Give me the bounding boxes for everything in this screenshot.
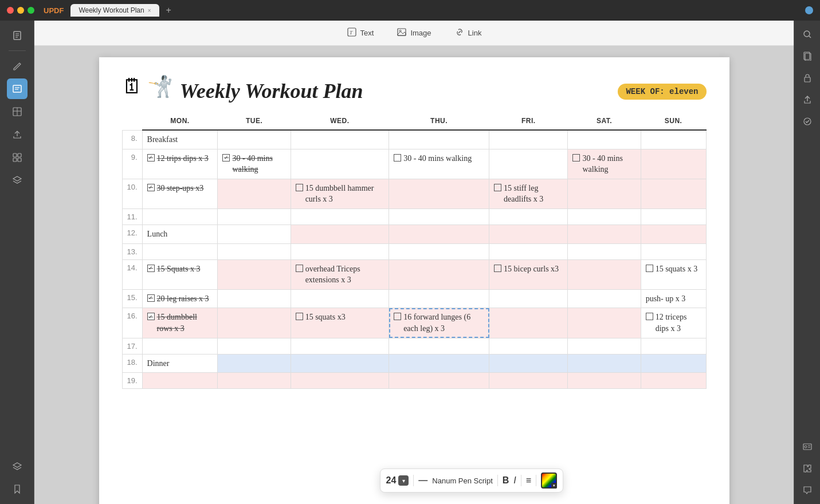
maximize-window-button[interactable] [28, 7, 34, 14]
cell-10-sat[interactable] [568, 179, 641, 208]
cell-9-sat[interactable]: 30 - 40 mins walking [568, 149, 641, 179]
cell-19-fri[interactable] [489, 373, 568, 389]
cell-8-mon[interactable]: Breakfast [142, 130, 218, 149]
cell-12-fri[interactable] [489, 225, 568, 243]
sidebar-icon-export[interactable] [7, 124, 28, 145]
cell-15-tue[interactable] [218, 289, 291, 308]
cell-15-mon[interactable]: 20 leg raises x 3 [142, 289, 218, 308]
cell-10-fri[interactable]: 15 stiff leg deadlifts x 3 [489, 179, 568, 208]
cell-18-tue[interactable] [218, 354, 291, 373]
color-picker-button[interactable]: ▾ [541, 472, 557, 489]
checkbox-30-40-thu[interactable] [394, 154, 401, 162]
font-decrease-button[interactable]: — [418, 475, 427, 486]
cell-11-wed[interactable] [291, 208, 389, 225]
cell-11-sun[interactable] [641, 208, 706, 225]
align-button[interactable]: ≡ [526, 475, 531, 486]
link-tool-button[interactable]: Link [450, 25, 486, 41]
checkbox-lunges[interactable] [394, 313, 401, 320]
right-search-button[interactable] [798, 25, 817, 44]
text-tool-button[interactable]: T Text [342, 25, 379, 41]
sidebar-icon-bookmark[interactable] [7, 479, 28, 499]
checkbox-hammercurls[interactable] [296, 184, 303, 191]
cell-17-fri[interactable] [489, 338, 568, 354]
cell-8-sat[interactable] [568, 130, 641, 149]
cell-14-sun[interactable]: 15 squats x 3 [641, 259, 706, 289]
checkbox-squats-sun[interactable] [646, 265, 653, 272]
cell-18-thu[interactable] [389, 354, 489, 373]
checkbox-stepups[interactable] [147, 184, 155, 191]
cell-15-wed[interactable] [291, 289, 389, 308]
checkbox-squats-mon[interactable] [147, 265, 155, 272]
sidebar-icon-text[interactable] [7, 78, 28, 99]
bold-button[interactable]: B [503, 475, 509, 486]
checkbox-30-40-mon[interactable] [222, 154, 230, 162]
cell-8-tue[interactable] [218, 130, 291, 149]
cell-9-wed[interactable] [291, 149, 389, 179]
cell-16-sun[interactable]: 12 triceps dips x 3 [641, 308, 706, 338]
active-tab[interactable]: Weekly Workout Plan × [70, 4, 159, 17]
cell-15-fri[interactable] [489, 289, 568, 308]
cell-8-thu[interactable] [389, 130, 489, 149]
cell-10-wed[interactable]: 15 dumbbell hammer curls x 3 [291, 179, 389, 208]
sidebar-icon-edit[interactable] [7, 56, 28, 76]
cell-17-mon[interactable] [142, 338, 218, 354]
cell-13-sun[interactable] [641, 243, 706, 259]
close-window-button[interactable] [7, 7, 14, 14]
right-share-button[interactable] [798, 90, 817, 109]
cell-19-wed[interactable] [291, 373, 389, 389]
cell-17-sat[interactable] [568, 338, 641, 354]
cell-11-mon[interactable] [142, 208, 218, 225]
cell-19-sun[interactable] [641, 373, 706, 389]
sidebar-icon-layers[interactable] [7, 170, 28, 191]
cell-13-wed[interactable] [291, 243, 389, 259]
cell-17-thu[interactable] [389, 338, 489, 354]
checkbox-12trips[interactable] [147, 154, 155, 162]
cell-9-thu[interactable]: 30 - 40 mins walking [389, 149, 489, 179]
cell-18-mon[interactable]: Dinner [142, 354, 218, 373]
cell-10-tue[interactable] [218, 179, 291, 208]
cell-14-thu[interactable] [389, 259, 489, 289]
checkbox-squats-wed[interactable] [296, 313, 303, 320]
cell-14-sat[interactable] [568, 259, 641, 289]
cell-16-wed[interactable]: 15 squats x3 [291, 308, 389, 338]
cell-16-fri[interactable] [489, 308, 568, 338]
checkbox-biccurls[interactable] [494, 265, 501, 272]
right-check-button[interactable] [798, 112, 817, 131]
right-lock-button[interactable] [798, 69, 817, 87]
right-puzzle-button[interactable] [798, 459, 817, 478]
cell-13-fri[interactable] [489, 243, 568, 259]
cell-13-mon[interactable] [142, 243, 218, 259]
cell-13-tue[interactable] [218, 243, 291, 259]
cell-11-thu[interactable] [389, 208, 489, 225]
cell-16-thu-selected[interactable]: 16 forward lunges (6 each leg) x 3 [389, 308, 489, 338]
cell-10-sun[interactable] [641, 179, 706, 208]
cell-14-wed[interactable]: overhead Triceps extensions x 3 [291, 259, 389, 289]
cell-18-sat[interactable] [568, 354, 641, 373]
cell-9-tue[interactable]: 30 - 40 mins walking [218, 149, 291, 179]
cell-14-tue[interactable] [218, 259, 291, 289]
image-tool-button[interactable]: Image [392, 25, 435, 41]
checkbox-overhead[interactable] [296, 265, 303, 272]
cell-16-tue[interactable] [218, 308, 291, 338]
cell-15-sun[interactable]: push- up x 3 [641, 289, 706, 308]
cell-12-wed[interactable] [291, 225, 389, 243]
checkbox-30-40-sat[interactable] [572, 154, 580, 162]
cell-11-tue[interactable] [218, 208, 291, 225]
add-tab-button[interactable]: + [166, 5, 171, 15]
right-id-button[interactable] [798, 438, 817, 456]
tab-close-button[interactable]: × [148, 7, 151, 14]
right-chat-button[interactable] [798, 481, 817, 499]
cell-17-sun[interactable] [641, 338, 706, 354]
cell-17-wed[interactable] [291, 338, 389, 354]
checkbox-dumbrows[interactable] [147, 313, 155, 320]
cell-18-wed[interactable] [291, 354, 389, 373]
minimize-window-button[interactable] [17, 7, 24, 14]
italic-button[interactable]: I [513, 475, 516, 486]
sidebar-icon-table[interactable] [7, 101, 28, 122]
right-pages-button[interactable] [798, 47, 817, 65]
cell-12-mon[interactable]: Lunch [142, 225, 218, 243]
cell-11-fri[interactable] [489, 208, 568, 225]
sidebar-icon-grid[interactable] [7, 147, 28, 168]
sidebar-icon-layers-bottom[interactable] [7, 456, 28, 477]
checkbox-stiffleg[interactable] [494, 184, 501, 191]
